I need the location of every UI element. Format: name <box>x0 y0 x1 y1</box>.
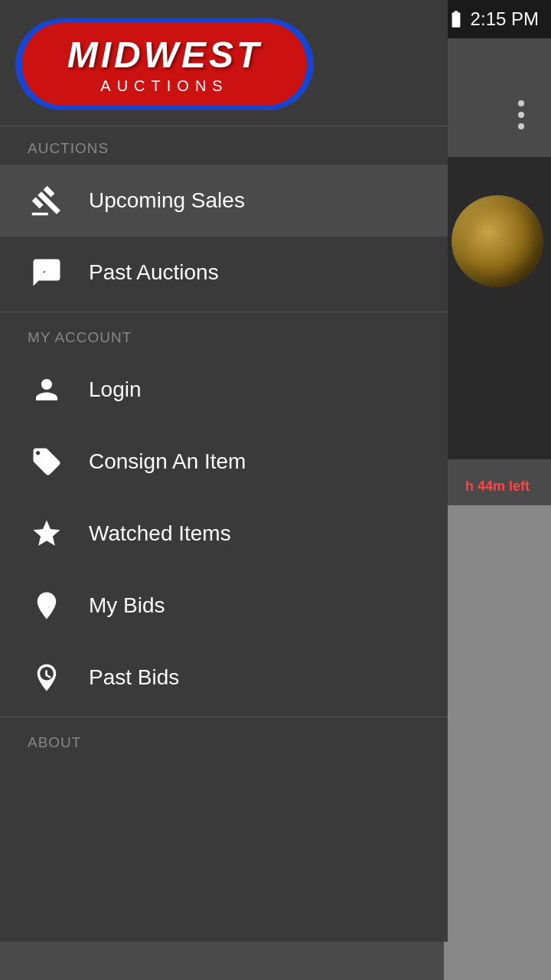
section-divider-1 <box>0 312 448 312</box>
dollar-bubble-icon <box>28 253 66 292</box>
past-bids-label: Past Bids <box>89 665 179 690</box>
status-time: 2:15 PM <box>471 8 539 30</box>
gray-area <box>444 505 551 980</box>
watched-items-label: Watched Items <box>89 521 231 546</box>
logo-midwest-text: MIDWEST <box>67 34 262 76</box>
logo-auctions-text: AUCTIONS <box>100 77 228 95</box>
auctions-section-header: AUCTIONS <box>0 126 448 165</box>
consign-label: Consign An Item <box>89 449 246 474</box>
dot2 <box>518 112 524 118</box>
logo-inner: MIDWEST AUCTIONS <box>22 23 307 106</box>
menu-item-upcoming-sales[interactable]: Upcoming Sales <box>0 165 448 237</box>
star-icon <box>28 514 66 553</box>
clock-pin-icon <box>28 658 66 697</box>
logo-area: MIDWEST AUCTIONS <box>0 0 448 126</box>
dollar-pin-icon <box>28 586 66 625</box>
timer-text: h 44m left <box>465 479 530 495</box>
menu-item-my-bids[interactable]: My Bids <box>0 570 448 642</box>
timer-badge: h 44m left <box>444 467 551 505</box>
menu-item-consign[interactable]: Consign An Item <box>0 426 448 498</box>
dot3 <box>518 123 524 129</box>
logo-container: MIDWEST AUCTIONS <box>15 18 314 110</box>
menu-item-watched[interactable]: Watched Items <box>0 498 448 570</box>
coin-image-area <box>444 157 551 459</box>
person-icon <box>28 371 66 409</box>
section-divider-2 <box>0 717 448 717</box>
menu-item-past-auctions[interactable]: Past Auctions <box>0 237 448 309</box>
my-account-section-header: MY ACCOUNT <box>0 315 448 354</box>
navigation-drawer: MIDWEST AUCTIONS AUCTIONS Upcoming Sales… <box>0 0 448 942</box>
about-section-header: ABOUT <box>0 720 448 759</box>
upcoming-sales-label: Upcoming Sales <box>89 188 245 213</box>
my-bids-label: My Bids <box>89 593 165 618</box>
menu-item-login[interactable]: Login <box>0 354 448 426</box>
past-auctions-label: Past Auctions <box>89 260 219 285</box>
coin-visual <box>452 195 543 287</box>
menu-item-past-bids[interactable]: Past Bids <box>0 642 448 714</box>
gavel-icon <box>28 181 66 220</box>
tag-icon <box>28 443 66 481</box>
more-options-button[interactable] <box>502 84 540 145</box>
login-label: Login <box>89 377 142 402</box>
battery-icon <box>446 9 466 29</box>
dot1 <box>518 100 524 106</box>
logo[interactable]: MIDWEST AUCTIONS <box>15 18 314 110</box>
